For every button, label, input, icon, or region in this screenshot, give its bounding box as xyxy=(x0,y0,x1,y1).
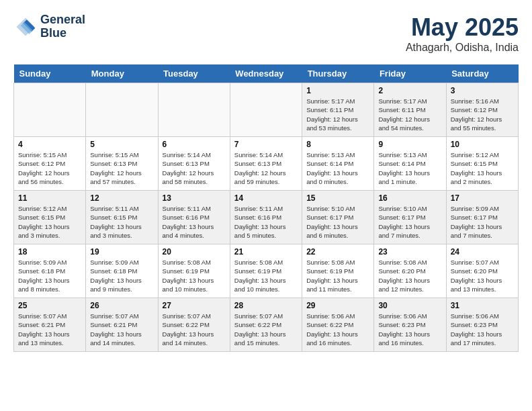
day-info: Sunrise: 5:14 AM Sunset: 6:13 PM Dayligh… xyxy=(163,150,226,186)
day-number: 28 xyxy=(234,301,298,310)
day-number: 2 xyxy=(378,86,441,95)
day-number: 21 xyxy=(234,247,298,257)
logo-line2: Blue xyxy=(40,27,85,40)
day-number: 25 xyxy=(18,301,81,310)
day-info: Sunrise: 5:07 AM Sunset: 6:21 PM Dayligh… xyxy=(18,312,81,347)
day-number: 20 xyxy=(163,247,226,257)
day-info: Sunrise: 5:06 AM Sunset: 6:23 PM Dayligh… xyxy=(451,312,514,347)
day-info: Sunrise: 5:15 AM Sunset: 6:12 PM Dayligh… xyxy=(18,150,81,186)
day-info: Sunrise: 5:07 AM Sunset: 6:21 PM Dayligh… xyxy=(90,312,153,347)
day-number: 12 xyxy=(90,193,153,203)
calendar-week-row: 1Sunrise: 5:17 AM Sunset: 6:11 PM Daylig… xyxy=(14,83,519,137)
day-number: 24 xyxy=(451,247,514,257)
calendar-cell: 21Sunrise: 5:08 AM Sunset: 6:19 PM Dayli… xyxy=(230,244,302,298)
day-number: 23 xyxy=(378,247,441,257)
day-number: 22 xyxy=(306,247,369,257)
logo-text: General Blue xyxy=(40,13,85,40)
day-number: 17 xyxy=(451,193,514,203)
day-info: Sunrise: 5:10 AM Sunset: 6:17 PM Dayligh… xyxy=(306,204,369,240)
calendar-cell: 19Sunrise: 5:09 AM Sunset: 6:18 PM Dayli… xyxy=(86,244,158,298)
day-number: 27 xyxy=(163,301,226,310)
calendar-cell: 27Sunrise: 5:07 AM Sunset: 6:22 PM Dayli… xyxy=(158,298,230,352)
day-number: 10 xyxy=(451,140,514,149)
day-info: Sunrise: 5:09 AM Sunset: 6:18 PM Dayligh… xyxy=(90,258,153,293)
calendar-cell: 28Sunrise: 5:07 AM Sunset: 6:22 PM Dayli… xyxy=(230,298,302,352)
calendar-cell: 20Sunrise: 5:08 AM Sunset: 6:19 PM Dayli… xyxy=(158,244,230,298)
calendar-cell: 25Sunrise: 5:07 AM Sunset: 6:21 PM Dayli… xyxy=(14,298,86,352)
day-info: Sunrise: 5:13 AM Sunset: 6:14 PM Dayligh… xyxy=(378,150,441,186)
day-number: 3 xyxy=(451,86,514,95)
day-info: Sunrise: 5:17 AM Sunset: 6:11 PM Dayligh… xyxy=(378,97,441,132)
day-info: Sunrise: 5:12 AM Sunset: 6:15 PM Dayligh… xyxy=(18,204,81,240)
weekday-header-tuesday: Tuesday xyxy=(158,64,230,83)
calendar-cell: 2Sunrise: 5:17 AM Sunset: 6:11 PM Daylig… xyxy=(374,83,446,137)
logo: General Blue xyxy=(13,13,85,40)
day-number: 14 xyxy=(234,193,298,203)
day-number: 11 xyxy=(18,193,81,203)
calendar-cell: 3Sunrise: 5:16 AM Sunset: 6:12 PM Daylig… xyxy=(446,83,518,137)
weekday-header-thursday: Thursday xyxy=(302,64,374,83)
day-number: 7 xyxy=(234,140,298,149)
calendar-week-row: 11Sunrise: 5:12 AM Sunset: 6:15 PM Dayli… xyxy=(14,191,519,244)
day-info: Sunrise: 5:11 AM Sunset: 6:16 PM Dayligh… xyxy=(163,204,226,240)
calendar-cell: 24Sunrise: 5:07 AM Sunset: 6:20 PM Dayli… xyxy=(446,244,518,298)
day-info: Sunrise: 5:07 AM Sunset: 6:22 PM Dayligh… xyxy=(234,312,298,347)
calendar-cell: 31Sunrise: 5:06 AM Sunset: 6:23 PM Dayli… xyxy=(446,298,518,352)
day-info: Sunrise: 5:09 AM Sunset: 6:18 PM Dayligh… xyxy=(18,258,81,293)
calendar-cell: 12Sunrise: 5:11 AM Sunset: 6:15 PM Dayli… xyxy=(86,191,158,244)
logo-line1: General xyxy=(40,13,85,27)
calendar-cell: 7Sunrise: 5:14 AM Sunset: 6:13 PM Daylig… xyxy=(230,137,302,191)
day-info: Sunrise: 5:08 AM Sunset: 6:20 PM Dayligh… xyxy=(378,258,441,293)
location: Athagarh, Odisha, India xyxy=(406,42,519,54)
day-number: 29 xyxy=(306,301,369,310)
calendar-cell xyxy=(86,83,158,137)
day-info: Sunrise: 5:12 AM Sunset: 6:15 PM Dayligh… xyxy=(451,150,514,186)
calendar-cell xyxy=(14,83,86,137)
day-number: 16 xyxy=(378,193,441,203)
day-number: 5 xyxy=(90,140,153,149)
day-info: Sunrise: 5:09 AM Sunset: 6:17 PM Dayligh… xyxy=(451,204,514,240)
calendar-cell: 29Sunrise: 5:06 AM Sunset: 6:22 PM Dayli… xyxy=(302,298,374,352)
day-number: 4 xyxy=(18,140,81,149)
page-header: General Blue May 2025 Athagarh, Odisha, … xyxy=(13,13,519,54)
calendar-cell: 26Sunrise: 5:07 AM Sunset: 6:21 PM Dayli… xyxy=(86,298,158,352)
weekday-header-row: SundayMondayTuesdayWednesdayThursdayFrid… xyxy=(14,64,519,83)
calendar-cell xyxy=(158,83,230,137)
weekday-header-monday: Monday xyxy=(86,64,158,83)
calendar-cell: 13Sunrise: 5:11 AM Sunset: 6:16 PM Dayli… xyxy=(158,191,230,244)
day-number: 9 xyxy=(378,140,441,149)
day-info: Sunrise: 5:08 AM Sunset: 6:19 PM Dayligh… xyxy=(234,258,298,293)
day-number: 31 xyxy=(451,301,514,310)
calendar-cell: 15Sunrise: 5:10 AM Sunset: 6:17 PM Dayli… xyxy=(302,191,374,244)
calendar-cell: 30Sunrise: 5:06 AM Sunset: 6:23 PM Dayli… xyxy=(374,298,446,352)
calendar-cell: 5Sunrise: 5:15 AM Sunset: 6:13 PM Daylig… xyxy=(86,137,158,191)
title-block: May 2025 Athagarh, Odisha, India xyxy=(406,13,519,54)
month-title: May 2025 xyxy=(406,13,519,42)
calendar-week-row: 25Sunrise: 5:07 AM Sunset: 6:21 PM Dayli… xyxy=(14,298,519,352)
day-info: Sunrise: 5:16 AM Sunset: 6:12 PM Dayligh… xyxy=(451,97,514,132)
calendar-table: SundayMondayTuesdayWednesdayThursdayFrid… xyxy=(13,64,519,352)
calendar-week-row: 18Sunrise: 5:09 AM Sunset: 6:18 PM Dayli… xyxy=(14,244,519,298)
calendar-cell: 11Sunrise: 5:12 AM Sunset: 6:15 PM Dayli… xyxy=(14,191,86,244)
day-info: Sunrise: 5:11 AM Sunset: 6:15 PM Dayligh… xyxy=(90,204,153,240)
calendar-cell: 14Sunrise: 5:11 AM Sunset: 6:16 PM Dayli… xyxy=(230,191,302,244)
day-info: Sunrise: 5:11 AM Sunset: 6:16 PM Dayligh… xyxy=(234,204,298,240)
day-number: 13 xyxy=(163,193,226,203)
day-number: 30 xyxy=(378,301,441,310)
day-info: Sunrise: 5:13 AM Sunset: 6:14 PM Dayligh… xyxy=(306,150,369,186)
calendar-cell: 9Sunrise: 5:13 AM Sunset: 6:14 PM Daylig… xyxy=(374,137,446,191)
day-number: 6 xyxy=(163,140,226,149)
day-number: 1 xyxy=(306,86,369,95)
day-info: Sunrise: 5:15 AM Sunset: 6:13 PM Dayligh… xyxy=(90,150,153,186)
calendar-cell: 6Sunrise: 5:14 AM Sunset: 6:13 PM Daylig… xyxy=(158,137,230,191)
day-info: Sunrise: 5:17 AM Sunset: 6:11 PM Dayligh… xyxy=(306,97,369,132)
day-info: Sunrise: 5:08 AM Sunset: 6:19 PM Dayligh… xyxy=(306,258,369,293)
day-info: Sunrise: 5:06 AM Sunset: 6:22 PM Dayligh… xyxy=(306,312,369,347)
day-info: Sunrise: 5:06 AM Sunset: 6:23 PM Dayligh… xyxy=(378,312,441,347)
calendar-cell: 17Sunrise: 5:09 AM Sunset: 6:17 PM Dayli… xyxy=(446,191,518,244)
day-info: Sunrise: 5:07 AM Sunset: 6:20 PM Dayligh… xyxy=(451,258,514,293)
calendar-week-row: 4Sunrise: 5:15 AM Sunset: 6:12 PM Daylig… xyxy=(14,137,519,191)
calendar-cell: 23Sunrise: 5:08 AM Sunset: 6:20 PM Dayli… xyxy=(374,244,446,298)
calendar-cell: 4Sunrise: 5:15 AM Sunset: 6:12 PM Daylig… xyxy=(14,137,86,191)
day-number: 18 xyxy=(18,247,81,257)
